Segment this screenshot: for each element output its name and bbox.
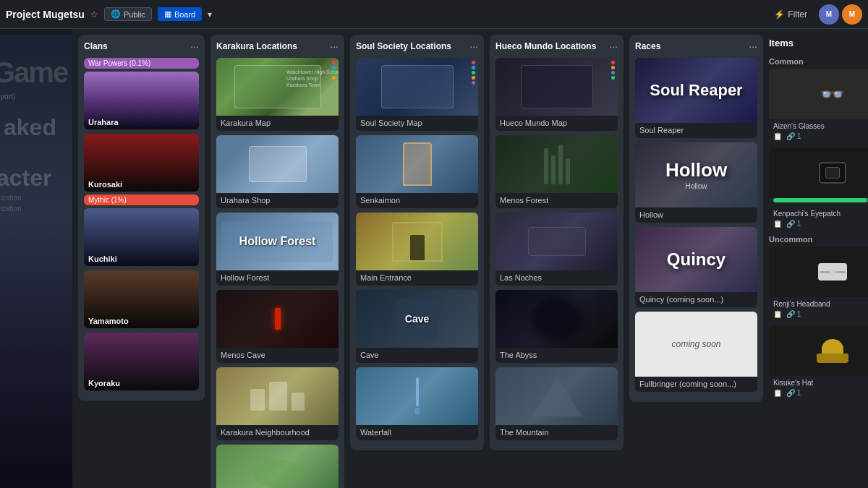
sidebar-game-text: Game — [0, 56, 67, 89]
card-label-fullbringer: Fullbringer (coming soon...) — [635, 377, 757, 392]
card-label-main-entrance: Main Entrance — [356, 270, 478, 286]
card-quincy[interactable]: Quincy Quincy (coming soon...) — [635, 227, 757, 307]
clan-char-kurosaki[interactable]: Kurosaki — [84, 134, 199, 192]
column-header-ss: Soul Society Locations ··· — [356, 40, 478, 52]
card-ss-map[interactable]: Soul Society Map — [356, 58, 478, 131]
card-label-menos-cave: Menos Cave — [216, 348, 339, 363]
card-label-cave: Cave — [356, 348, 478, 363]
card-label-karakura-map: Karakura Map — [216, 116, 339, 131]
card-label-hollow: Hollow — [635, 207, 757, 223]
card-the-mountain[interactable]: The Mountain — [495, 367, 618, 440]
card-karakura-neighbourhood[interactable]: Karakura Neighbourhood — [216, 367, 339, 440]
sidebar-aked-text: aked — [4, 114, 56, 141]
avatar-2: M — [842, 4, 862, 25]
visibility-badge[interactable]: 🌐 Public — [104, 7, 152, 21]
sidebar-acter-text: acter — [0, 165, 52, 192]
card-menos-forest[interactable]: Menos Forest — [495, 135, 618, 208]
column-title-karakura: Karakura Locations — [216, 41, 297, 51]
card-label-ss-map: Soul Society Map — [356, 116, 478, 131]
column-menu-karakura[interactable]: ··· — [330, 40, 339, 52]
uncommon-section-title: Uncommon — [769, 235, 868, 244]
item-label-hat: Kisuke's Hat — [769, 376, 868, 389]
char-name-kurosaki: Kurosaki — [88, 180, 122, 189]
column-title-clans: Clans — [84, 41, 108, 51]
column-header-clans: Clans ··· — [84, 40, 199, 52]
card-main-entrance[interactable]: Main Entrance — [356, 213, 478, 286]
column-menu-ss[interactable]: ··· — [469, 40, 478, 52]
board-icon: ▦ — [164, 9, 171, 19]
card-soul-reaper[interactable]: Soul Reaper Soul Reaper — [635, 58, 757, 138]
card-karakura-island[interactable]: Karakura Island — [216, 445, 339, 488]
column-header-hm: Hueco Mundo Locations ··· — [495, 40, 618, 52]
item-meta-hat: 📋🔗 1 — [769, 389, 868, 400]
clan-rarity-mythic[interactable]: Mythic (1%) — [84, 194, 199, 205]
column-menu-races[interactable]: ··· — [749, 40, 757, 52]
filter-button[interactable]: ⚡ Filter — [768, 7, 813, 22]
clan-rarity-war[interactable]: War Powers (0.1%) — [84, 58, 199, 69]
card-hm-map[interactable]: Hueco Mundo Map — [495, 58, 618, 131]
item-renjis-headband[interactable]: x1 Renji's Headband 📋🔗 1 — [769, 247, 868, 321]
column-items: Items Common 👓 x1 Aizen's Glasses 📋🔗 1 — [769, 35, 868, 404]
sidebar-background: Game eport) aked acter nization nization — [0, 35, 72, 488]
card-label-las-noches: Las Noches — [495, 270, 618, 286]
column-title-races: Races — [635, 41, 660, 51]
column-karakura: Karakura Locations ··· Watchtower High S… — [210, 35, 344, 488]
card-urahara-shop[interactable]: Urahara Shop — [216, 135, 339, 208]
item-label-eyepatch: Kenpachi's Eyepatch — [769, 207, 868, 220]
board-view-badge[interactable]: ▦ Board — [158, 7, 202, 21]
board-area: Game eport) aked acter nization nization… — [0, 29, 868, 488]
item-aizens-glasses[interactable]: 👓 x1 Aizen's Glasses 📋🔗 1 — [769, 69, 868, 143]
char-name-kyoraku: Kyoraku — [88, 379, 120, 388]
card-label-hm-map: Hueco Mundo Map — [495, 116, 618, 131]
card-fullbringer[interactable]: coming soon Fullbringer (coming soon...) — [635, 312, 757, 392]
card-the-abyss[interactable]: The Abyss — [495, 290, 618, 363]
char-name-yamamoto: Yamamoto — [88, 317, 129, 325]
sidebar-report-text: eport) — [0, 93, 15, 100]
columns-wrapper: Clans ··· War Powers (0.1%) Urahara Kuro… — [72, 29, 868, 488]
sidebar-nization2-text: nization — [0, 205, 21, 213]
card-cave[interactable]: Cave Cave — [356, 290, 478, 363]
items-title: Items — [769, 35, 868, 51]
clan-char-kyoraku[interactable]: Kyoraku — [84, 333, 199, 390]
filter-icon: ⚡ — [774, 9, 785, 20]
clan-badge-war: War Powers (0.1%) — [84, 58, 199, 69]
item-meta-glasses: 📋🔗 1 — [769, 132, 868, 143]
card-senkaimon[interactable]: Senkaimon — [356, 135, 478, 208]
card-waterfall[interactable]: Waterfall — [356, 367, 478, 440]
globe-icon: 🌐 — [111, 9, 121, 19]
item-meta-eyepatch: 📋🔗 1 — [769, 220, 868, 231]
item-label-glasses: Aizen's Glasses — [769, 119, 868, 132]
clan-char-urahara[interactable]: Urahara — [84, 72, 199, 129]
card-label-waterfall: Waterfall — [356, 425, 478, 440]
column-menu-clans[interactable]: ··· — [190, 40, 199, 52]
card-karakura-map[interactable]: Watchtower High School Urahara Shop Kara… — [216, 58, 339, 131]
card-hollow-forest[interactable]: Hollow Forest Hollow Forest — [216, 213, 339, 286]
card-label-urahara-shop: Urahara Shop — [216, 193, 339, 208]
star-icon[interactable]: ☆ — [90, 9, 98, 20]
item-kenpachis-eyepatch[interactable]: x1 Kenpachi's Eyepatch 📋🔗 1 — [769, 147, 868, 231]
card-label-menos-forest: Menos Forest — [495, 193, 618, 208]
card-hollow[interactable]: Hollow Hollow Hollow — [635, 142, 757, 223]
sidebar-nization-text: nization — [0, 194, 21, 202]
char-name-kuchiki: Kuchiki — [88, 254, 117, 263]
column-races: Races ··· Soul Reaper Soul Reaper Hollow… — [629, 35, 763, 402]
item-kisukes-hat[interactable]: x1 Kisuke's Hat 📋🔗 1 — [769, 325, 868, 400]
item-meta-headband: 📋🔗 1 — [769, 310, 868, 321]
chevron-down-icon[interactable]: ▾ — [208, 9, 212, 20]
avatar: M — [819, 4, 839, 25]
clan-char-kuchiki[interactable]: Kuchiki — [84, 208, 199, 266]
card-las-noches[interactable]: Las Noches — [495, 213, 618, 286]
card-label-karakura-neighbourhood: Karakura Neighbourhood — [216, 425, 339, 440]
clan-char-yamamoto[interactable]: Yamamoto — [84, 270, 199, 328]
column-clans: Clans ··· War Powers (0.1%) Urahara Kuro… — [78, 35, 205, 401]
column-soul-society: Soul Society Locations ··· Soul Society … — [350, 35, 484, 450]
card-menos-cave[interactable]: Menos Cave — [216, 290, 339, 363]
app-title: Project Mugetsu — [6, 9, 85, 20]
card-label-senkaimon: Senkaimon — [356, 193, 478, 208]
column-hueco-mundo: Hueco Mundo Locations ··· Hueco Mundo Ma… — [490, 35, 624, 450]
column-header-karakura: Karakura Locations ··· — [216, 40, 339, 52]
column-menu-hm[interactable]: ··· — [609, 40, 618, 52]
top-bar: Project Mugetsu ☆ 🌐 Public ▦ Board ▾ ⚡ F… — [0, 0, 868, 29]
column-title-hm: Hueco Mundo Locations — [495, 41, 596, 51]
card-label-hollow-forest: Hollow Forest — [216, 270, 339, 286]
